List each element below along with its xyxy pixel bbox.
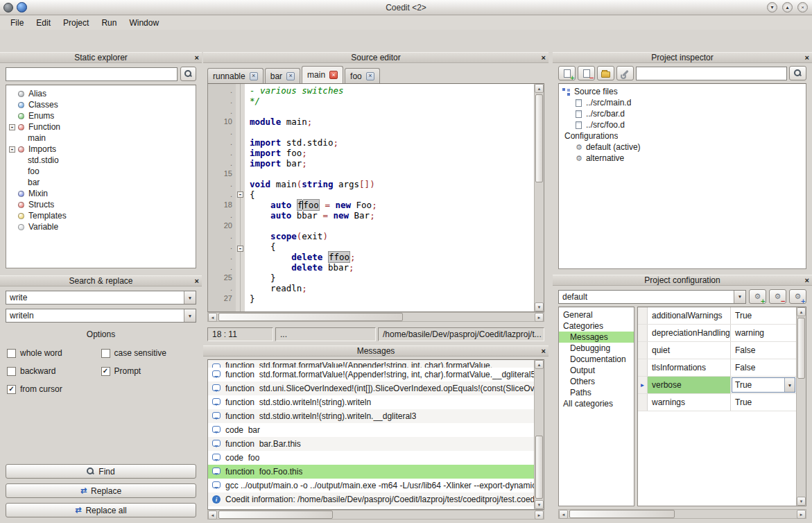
tab-close-icon[interactable]: × [329,71,338,79]
close-panel-icon[interactable]: × [195,277,199,286]
maximize-button[interactable]: ▴ [782,2,793,12]
scroll-left-button[interactable]: ◄ [208,313,217,322]
static-tree-item-foo[interactable]: foo [6,166,196,177]
message-row[interactable]: gcc ../output/main.o -o ../output/main.e… [208,479,534,492]
code-editor[interactable]: ...10....15..18.20....25.27 -- - various… [207,83,544,312]
scrollbar-thumb[interactable] [797,318,805,379]
scrollbar-thumb[interactable] [569,510,675,518]
message-row[interactable]: iCoedit information: /home/basile/Dev/pa… [208,492,534,506]
checkbox-icon[interactable] [7,367,16,376]
inspector-item-src-foo-d[interactable]: ../src/foo.d [559,119,806,130]
config-category-documentation[interactable]: Documentation [559,354,634,365]
message-row[interactable]: function std.stdio.writeln!(string).writ… [208,395,534,409]
fold-margin-cell[interactable]: - [236,246,245,256]
static-tree-item-std-stdio[interactable]: std.stdio [6,155,196,166]
menu-item-file[interactable]: File [4,17,30,29]
close-panel-icon[interactable]: × [805,276,809,285]
scroll-down-button[interactable]: ▼ [797,497,806,506]
static-tree-item-structs[interactable]: Structs [6,199,196,210]
add-file-button[interactable]: + [558,66,576,80]
close-panel-icon[interactable]: × [542,53,546,62]
message-row[interactable]: code bar [208,423,534,437]
scrollbar-track[interactable] [217,511,535,519]
configuration-horizontal-scrollbar[interactable]: ◄ ► [558,509,806,519]
close-panel-icon[interactable]: × [805,53,809,62]
static-tree-item-variable[interactable]: Variable [6,221,196,232]
scroll-left-button[interactable]: ◄ [559,510,568,519]
menu-item-project[interactable]: Project [57,17,95,29]
config-category-paths[interactable]: Paths [559,387,634,398]
property-row-tlsinformations[interactable]: tlsInformationsFalse [638,359,796,377]
tree-expander-icon[interactable]: - [9,124,15,130]
static-tree-item-function[interactable]: -Function [6,121,196,132]
message-row[interactable]: function std.format.formatValue!(Appende… [208,368,534,381]
inspector-item-configurations[interactable]: Configurations [559,130,806,142]
option-checkbox-whole-word[interactable]: whole word [7,348,101,358]
replace-button[interactable]: ⇄ Replace [6,483,196,498]
config-category-categories[interactable]: Categories [559,320,634,332]
config-category-general[interactable]: General [559,309,634,320]
menu-item-run[interactable]: Run [95,17,123,29]
code-text-area[interactable]: - various switches*/module main;import s… [245,84,534,311]
checkbox-icon[interactable]: ✓ [7,385,16,394]
value-dropdown[interactable]: True▼ [732,377,795,393]
menu-item-window[interactable]: Window [123,17,165,29]
close-panel-icon[interactable]: × [195,53,199,62]
add-folder-button[interactable] [597,66,614,80]
inspector-item-alternative[interactable]: ⚙alternative [559,153,806,164]
static-tree-item-imports[interactable]: -Imports [6,144,196,155]
scrollbar-thumb[interactable] [218,511,333,519]
scrollbar-thumb[interactable] [218,313,403,321]
checkbox-icon[interactable]: ✓ [101,367,110,376]
message-row[interactable]: function foo.Foo.this [208,465,534,479]
scrollbar-track[interactable] [535,369,544,500]
fold-marker-icon[interactable]: - [237,191,243,198]
config-category-all-categories[interactable]: All categories [559,398,634,409]
editor-tab-main[interactable]: main× [302,66,343,83]
config-category-output[interactable]: Output [559,365,634,376]
scroll-right-button[interactable]: ► [535,313,544,322]
fold-marker-icon[interactable]: - [237,246,243,252]
editor-tab-bar[interactable]: bar× [265,68,300,83]
symbol-filter-input[interactable] [6,67,178,81]
scroll-up-button[interactable]: ▲ [535,84,544,93]
scroll-left-button[interactable]: ◄ [208,511,217,520]
scroll-right-button[interactable]: ► [535,511,544,520]
remove-file-button[interactable]: − [578,66,595,80]
static-tree-item-classes[interactable]: Classes [6,99,196,110]
search-term-combo[interactable]: write ▼ [6,291,196,305]
inspector-item-source-files[interactable]: Source files [559,86,806,97]
static-tree-item-alias[interactable]: Alias [6,88,196,99]
option-checkbox-from-cursor[interactable]: ✓from cursor [7,384,101,394]
inspector-filter-button[interactable] [789,66,806,80]
message-row[interactable]: function bar.Bar.this [208,437,534,451]
scrollbar-track[interactable] [535,93,544,302]
config-category-others[interactable]: Others [559,376,634,387]
config-category-debugging[interactable]: Debugging [559,343,634,354]
static-tree-item-main[interactable]: main [6,132,196,144]
scrollbar-thumb[interactable] [535,436,543,499]
static-tree-item-templates[interactable]: Templates [6,210,196,221]
editor-vertical-scrollbar[interactable]: ▲ ▼ [534,84,544,311]
scroll-down-button[interactable]: ▼ [535,500,544,509]
replace-all-button[interactable]: ⇄ Replace all [6,503,196,517]
property-row-quiet[interactable]: quietFalse [638,342,796,359]
fold-margin-cell[interactable]: - [236,191,245,202]
close-button[interactable]: × [797,2,808,12]
dropdown-arrow-icon[interactable]: ▼ [184,309,196,322]
property-row-warnings[interactable]: warningsTrue [638,394,796,411]
project-tools-button[interactable] [616,66,634,80]
messages-vertical-scrollbar[interactable]: ▲ ▼ [534,360,544,509]
configuration-selector-combo[interactable]: default ▼ [558,290,746,304]
property-row-additionalwarnings[interactable]: additionalWarningsTrue [638,307,796,325]
messages-horizontal-scrollbar[interactable]: ◄ ► [207,510,544,520]
config-category-messages[interactable]: Messages [559,332,634,343]
close-panel-icon[interactable]: × [542,347,546,356]
checkbox-icon[interactable] [7,349,16,358]
replace-term-combo[interactable]: writeln ▼ [6,309,196,323]
property-row-verbose[interactable]: ►verboseTrue▼ [638,377,796,394]
scrollbar-track[interactable] [797,316,806,497]
tab-close-icon[interactable]: × [250,72,258,80]
clone-configuration-button[interactable]: ⚙ + [789,289,806,304]
scroll-right-button[interactable]: ► [797,510,806,519]
